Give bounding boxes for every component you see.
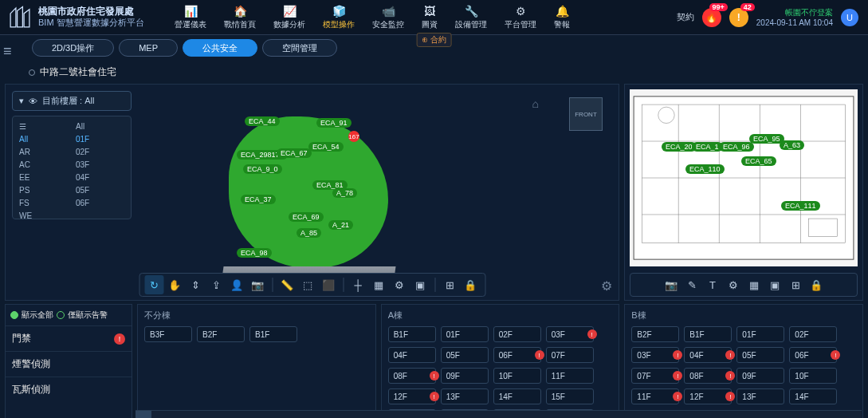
floor-button[interactable]: 01F	[441, 326, 489, 342]
floor-button[interactable]: 13F	[736, 388, 784, 404]
toolbar-button[interactable]: ⬛	[319, 275, 338, 294]
floor-button[interactable]: 11F!	[631, 388, 679, 404]
nav-item-8[interactable]: 🔔警報	[551, 3, 573, 32]
plan-eca-tag[interactable]: ECA_65	[741, 156, 776, 166]
floor-filter-item[interactable]: AC	[18, 160, 69, 170]
eca-tag[interactable]: ECA_54	[308, 142, 344, 152]
user-avatar[interactable]: U	[841, 9, 858, 26]
eca-tag[interactable]: ECA_44	[245, 116, 280, 126]
floor-button[interactable]: 14F	[789, 388, 837, 404]
plan-toolbar-button[interactable]: ▦	[744, 275, 764, 294]
alert-marker[interactable]: 167	[348, 131, 359, 142]
floor-button[interactable]: 11F	[546, 368, 594, 384]
plan-eca-tag[interactable]: ECA_1	[692, 142, 723, 152]
alarm-type-row[interactable]: 煙警偵測	[6, 351, 132, 377]
floor-button[interactable]: 10F	[493, 368, 541, 384]
alert-warning-icon[interactable]: !42	[729, 8, 748, 27]
home-icon[interactable]: ⌂	[532, 97, 539, 110]
scrollbar-thumb[interactable]	[136, 411, 151, 418]
floor-button[interactable]: 07F	[546, 347, 594, 363]
bottom-scrollbar[interactable]	[136, 410, 862, 418]
floor-button[interactable]: 15F	[546, 388, 594, 404]
floor-button[interactable]: 12F!	[388, 388, 436, 404]
floor-button[interactable]: 08F!	[684, 368, 732, 384]
toolbar-button[interactable]: ▦	[369, 275, 388, 294]
floor-filter-item[interactable]: 05F	[74, 185, 126, 195]
floor-filter-item[interactable]: AR	[18, 147, 69, 157]
eca-tag[interactable]: A_85	[297, 228, 321, 238]
alarm-type-row[interactable]: 瓦斯偵測	[6, 377, 132, 402]
floor-button[interactable]: 02F	[789, 326, 837, 342]
floor-filter-item[interactable]: WE	[18, 211, 69, 221]
subnav-badge[interactable]: ⊕ 合約	[416, 33, 452, 47]
nav-item-1[interactable]: 🏠戰情首頁	[221, 3, 259, 32]
toolbar-button[interactable]: ⬚	[298, 275, 317, 294]
nav-item-2[interactable]: 📈數據分析	[270, 3, 308, 32]
plan-toolbar-button[interactable]: T	[703, 275, 722, 294]
plan-toolbar-button[interactable]: ⚙	[724, 275, 743, 294]
floor-filter-item[interactable]: 03F	[74, 160, 126, 170]
floor-button[interactable]: 05F	[736, 347, 784, 363]
nav-item-5[interactable]: 🖼圖資	[418, 3, 441, 32]
tab-3[interactable]: 空間管理	[262, 39, 337, 57]
floor-filter-item[interactable]: 04F	[74, 172, 126, 183]
floor-button[interactable]: 13F	[441, 388, 489, 404]
floor-button[interactable]: 08F!	[388, 368, 436, 384]
floor-button[interactable]: 01F	[736, 326, 784, 342]
floor-button[interactable]: 04F	[388, 347, 436, 363]
toolbar-button[interactable]: ⊞	[440, 275, 459, 294]
floor-button[interactable]: B2F	[197, 326, 245, 342]
eca-tag[interactable]: ECA_37	[241, 195, 276, 204]
toolbar-button[interactable]: 📷	[248, 275, 267, 294]
nav-item-3[interactable]: 🧊模型操作	[320, 3, 358, 32]
plan-eca-tag[interactable]: ECA_20	[662, 142, 697, 152]
floor-filter-item[interactable]: 02F	[74, 147, 126, 157]
alert-fire-icon[interactable]: 🔥99+	[702, 8, 721, 27]
floor-filter-item[interactable]: 06F	[74, 198, 126, 208]
floor-button[interactable]: 06F!	[789, 347, 837, 363]
floor-button[interactable]: 09F	[736, 368, 784, 384]
tab-1[interactable]: MEP	[119, 39, 178, 57]
model-canvas[interactable]: ⌂ FRONT ECA_44ECA_91ECA_54ECA_298177ECA_…	[149, 93, 611, 271]
floor-button[interactable]: 02F	[493, 326, 541, 342]
eca-tag[interactable]: ECA_69	[289, 212, 324, 222]
eca-tag[interactable]: A_21	[328, 220, 353, 230]
alarm-type-row[interactable]: 門禁!	[6, 325, 132, 351]
gear-icon[interactable]: ⚙	[601, 278, 612, 294]
floor-button[interactable]: 10F	[789, 368, 837, 384]
plan-eca-tag[interactable]: ECA_96	[719, 142, 754, 152]
floor-button[interactable]: B1F	[684, 326, 732, 342]
toolbar-button[interactable]: ⇕	[186, 275, 205, 294]
radio-show-all[interactable]	[10, 311, 18, 319]
floor-button[interactable]: 14F	[493, 388, 541, 404]
tab-0[interactable]: 2D/3D操作	[32, 39, 114, 57]
plan-eca-tag[interactable]: ECA_95	[749, 134, 784, 144]
eca-tag[interactable]: A_78	[332, 188, 357, 198]
plan-toolbar-button[interactable]: 🔒	[807, 275, 826, 294]
toolbar-button[interactable]: 📏	[277, 275, 297, 294]
eca-tag[interactable]: ECA_91	[316, 118, 352, 128]
floor-button[interactable]: 07F!	[631, 368, 679, 384]
nav-item-0[interactable]: 📊營運儀表	[171, 3, 210, 32]
plan-toolbar-button[interactable]: 📷	[662, 275, 681, 294]
floor-button[interactable]: 05F	[441, 347, 489, 363]
toolbar-button[interactable]: ▣	[410, 275, 430, 294]
plan-eca-tag[interactable]: ECA_111	[781, 201, 820, 211]
plan-toolbar-button[interactable]: ⊞	[786, 275, 805, 294]
contract-label[interactable]: 契約	[677, 11, 694, 23]
floor-button[interactable]: 04F!	[684, 347, 732, 363]
tab-2[interactable]: 公共安全	[183, 39, 257, 57]
toolbar-button[interactable]: ↻	[144, 275, 163, 294]
toolbar-button[interactable]: 🔒	[461, 275, 480, 294]
floor-button[interactable]: 06F!	[493, 347, 541, 363]
nav-item-7[interactable]: ⚙平台管理	[501, 3, 540, 32]
floor-button[interactable]: 03F!	[546, 326, 594, 342]
toolbar-button[interactable]: 👤	[227, 275, 246, 294]
floor-button[interactable]: B1F	[249, 326, 297, 342]
eca-tag[interactable]: ECA_98	[237, 248, 272, 258]
floor-button[interactable]: 09F	[441, 368, 489, 384]
floor-select[interactable]: ▾ 👁 目前樓層 : All	[12, 91, 132, 111]
radio-show-alarm[interactable]	[57, 311, 65, 319]
floor-button[interactable]: B3F	[144, 326, 192, 342]
floor-filter-item[interactable]: 01F	[74, 134, 126, 144]
